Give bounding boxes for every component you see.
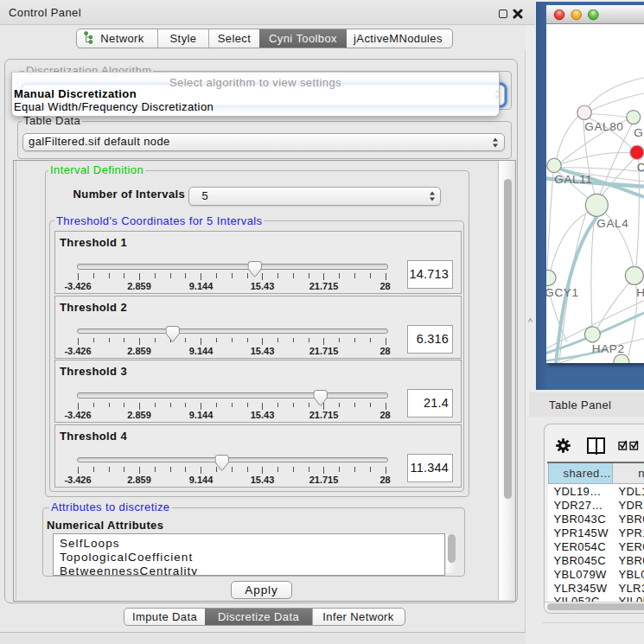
svg-text:GAL4: GAL4 xyxy=(597,217,629,230)
svg-text:GAL80: GAL80 xyxy=(585,120,624,133)
svg-text:GCY1: GCY1 xyxy=(546,286,579,299)
svg-text:GA: GA xyxy=(634,126,644,139)
svg-text:HAP2: HAP2 xyxy=(592,342,625,355)
svg-text:H: H xyxy=(637,286,644,299)
svg-text:GAL11: GAL11 xyxy=(555,173,593,186)
svg-text:C: C xyxy=(637,161,644,174)
